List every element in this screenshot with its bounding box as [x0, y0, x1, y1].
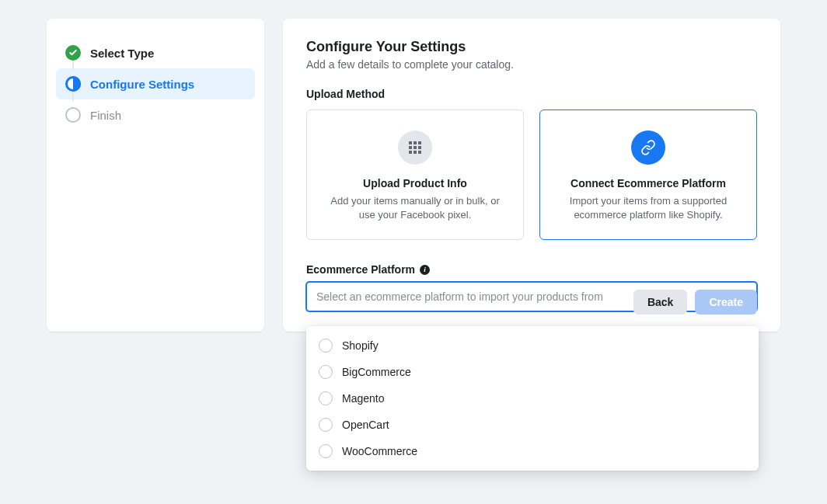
radio-icon [319, 444, 333, 458]
step-finish[interactable]: Finish [56, 99, 255, 130]
ecommerce-platform-dropdown: Shopify BigCommerce Magento OpenCart Woo… [306, 326, 759, 471]
radio-icon [319, 391, 333, 405]
info-icon[interactable]: i [420, 265, 430, 275]
card-title: Connect Ecommerce Platform [554, 177, 742, 189]
option-label: Magento [342, 392, 384, 405]
option-label: OpenCart [342, 419, 389, 431]
step-select-type[interactable]: Select Type [56, 37, 255, 68]
main-panel: Configure Your Settings Add a few detail… [283, 19, 780, 332]
option-label: BigCommerce [342, 366, 411, 378]
svg-rect-3 [409, 146, 412, 149]
step-label: Finish [90, 109, 121, 122]
option-magento[interactable]: Magento [309, 385, 755, 412]
svg-rect-5 [418, 146, 421, 149]
ecommerce-platform-label: Ecommerce Platform i [306, 263, 757, 276]
card-upload-product-info[interactable]: Upload Product Info Add your items manua… [306, 109, 524, 240]
field-label-text: Ecommerce Platform [306, 263, 415, 276]
radio-icon [319, 365, 333, 379]
card-connect-ecommerce[interactable]: Connect Ecommerce Platform Import your i… [539, 109, 757, 240]
check-icon [65, 45, 81, 61]
select-placeholder: Select an ecommerce platform to import y… [316, 290, 603, 303]
radio-icon [319, 418, 333, 432]
page-title: Configure Your Settings [306, 39, 757, 55]
option-bigcommerce[interactable]: BigCommerce [309, 359, 755, 385]
empty-circle-icon [65, 107, 81, 123]
option-label: Shopify [342, 339, 379, 352]
wizard-sidebar: Select Type Configure Settings Finish [47, 19, 264, 332]
upload-method-label: Upload Method [306, 88, 757, 100]
step-label: Configure Settings [90, 78, 194, 91]
card-desc: Import your items from a supported ecomm… [554, 194, 742, 222]
back-button[interactable]: Back [633, 290, 687, 315]
option-woocommerce[interactable]: WooCommerce [309, 438, 755, 464]
create-button[interactable]: Create [695, 290, 757, 315]
svg-rect-0 [409, 141, 412, 144]
card-desc: Add your items manually or in bulk, or u… [321, 194, 509, 222]
card-title: Upload Product Info [321, 177, 509, 189]
svg-rect-2 [418, 141, 421, 144]
svg-rect-4 [414, 146, 417, 149]
progress-icon [65, 76, 81, 92]
step-label: Select Type [90, 47, 154, 60]
option-shopify[interactable]: Shopify [309, 332, 755, 359]
svg-rect-6 [409, 151, 412, 154]
link-icon [631, 130, 665, 165]
option-opencart[interactable]: OpenCart [309, 412, 755, 438]
grid-icon [398, 130, 432, 165]
page-subtitle: Add a few details to complete your catal… [306, 58, 757, 71]
svg-rect-8 [418, 151, 421, 154]
svg-rect-7 [414, 151, 417, 154]
radio-icon [319, 339, 333, 353]
svg-rect-1 [414, 141, 417, 144]
option-label: WooCommerce [342, 445, 417, 457]
step-configure-settings[interactable]: Configure Settings [56, 68, 255, 99]
